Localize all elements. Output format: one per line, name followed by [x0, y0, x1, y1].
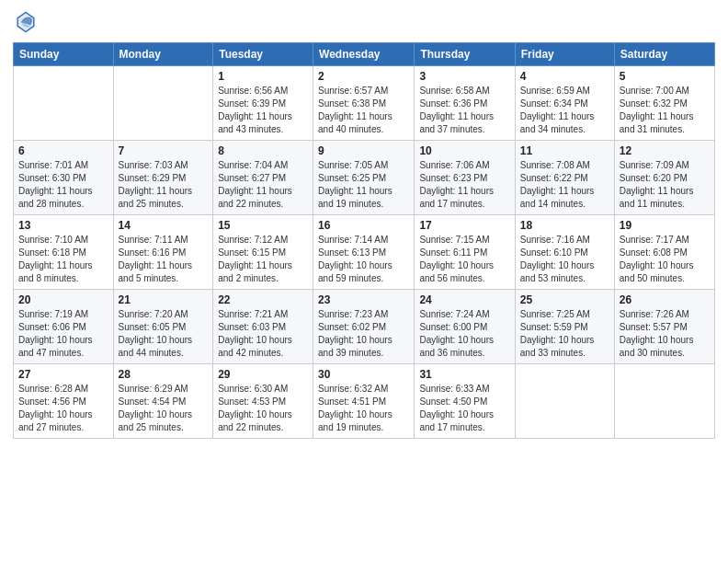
weekday-header-friday: Friday — [515, 43, 614, 66]
day-info: Sunrise: 6:57 AM Sunset: 6:38 PM Dayligh… — [318, 85, 409, 136]
day-cell: 27Sunrise: 6:28 AM Sunset: 4:56 PM Dayli… — [14, 364, 114, 439]
weekday-header-thursday: Thursday — [415, 43, 515, 66]
day-number: 27 — [18, 368, 108, 381]
day-info: Sunrise: 7:17 AM Sunset: 6:08 PM Dayligh… — [620, 234, 710, 285]
weekday-header-tuesday: Tuesday — [213, 43, 313, 66]
day-info: Sunrise: 7:06 AM Sunset: 6:23 PM Dayligh… — [419, 159, 509, 211]
day-cell: 12Sunrise: 7:09 AM Sunset: 6:20 PM Dayli… — [614, 141, 714, 215]
day-cell: 26Sunrise: 7:26 AM Sunset: 5:57 PM Dayli… — [614, 290, 714, 364]
day-info: Sunrise: 7:14 AM Sunset: 6:13 PM Dayligh… — [318, 234, 409, 285]
day-cell: 22Sunrise: 7:21 AM Sunset: 6:03 PM Dayli… — [213, 290, 313, 364]
day-number: 20 — [18, 293, 108, 306]
day-number: 25 — [520, 293, 609, 306]
day-cell: 23Sunrise: 7:23 AM Sunset: 6:02 PM Dayli… — [313, 290, 415, 364]
day-number: 26 — [620, 293, 710, 306]
weekday-header-sunday: Sunday — [14, 43, 114, 66]
day-info: Sunrise: 6:58 AM Sunset: 6:36 PM Dayligh… — [419, 85, 509, 136]
day-cell: 11Sunrise: 7:08 AM Sunset: 6:22 PM Dayli… — [515, 141, 614, 215]
week-row-1: 1Sunrise: 6:56 AM Sunset: 6:39 PM Daylig… — [14, 66, 715, 141]
day-number: 17 — [419, 219, 509, 232]
day-cell: 6Sunrise: 7:01 AM Sunset: 6:30 PM Daylig… — [14, 141, 114, 215]
day-number: 9 — [318, 144, 409, 157]
day-cell: 1Sunrise: 6:56 AM Sunset: 6:39 PM Daylig… — [213, 66, 313, 141]
day-info: Sunrise: 7:25 AM Sunset: 5:59 PM Dayligh… — [520, 308, 609, 360]
week-row-4: 20Sunrise: 7:19 AM Sunset: 6:06 PM Dayli… — [14, 290, 715, 364]
day-cell — [614, 364, 714, 439]
page: SundayMondayTuesdayWednesdayThursdayFrid… — [0, 0, 728, 563]
day-cell: 9Sunrise: 7:05 AM Sunset: 6:25 PM Daylig… — [313, 141, 415, 215]
day-info: Sunrise: 7:10 AM Sunset: 6:18 PM Dayligh… — [18, 234, 108, 285]
day-number: 4 — [520, 70, 609, 83]
day-number: 5 — [620, 70, 710, 83]
day-cell: 15Sunrise: 7:12 AM Sunset: 6:15 PM Dayli… — [213, 215, 313, 290]
day-cell: 19Sunrise: 7:17 AM Sunset: 6:08 PM Dayli… — [614, 215, 714, 290]
day-info: Sunrise: 6:56 AM Sunset: 6:39 PM Dayligh… — [218, 85, 308, 136]
day-cell: 31Sunrise: 6:33 AM Sunset: 4:50 PM Dayli… — [415, 364, 515, 439]
day-number: 14 — [119, 219, 209, 232]
day-cell: 24Sunrise: 7:24 AM Sunset: 6:00 PM Dayli… — [415, 290, 515, 364]
calendar-table: SundayMondayTuesdayWednesdayThursdayFrid… — [13, 42, 715, 439]
day-info: Sunrise: 7:03 AM Sunset: 6:29 PM Dayligh… — [119, 159, 209, 211]
logo — [13, 9, 42, 35]
day-info: Sunrise: 6:33 AM Sunset: 4:50 PM Dayligh… — [419, 383, 509, 434]
day-cell: 16Sunrise: 7:14 AM Sunset: 6:13 PM Dayli… — [313, 215, 415, 290]
day-cell: 8Sunrise: 7:04 AM Sunset: 6:27 PM Daylig… — [213, 141, 313, 215]
day-info: Sunrise: 7:09 AM Sunset: 6:20 PM Dayligh… — [620, 159, 710, 211]
day-number: 21 — [119, 293, 209, 306]
day-info: Sunrise: 7:05 AM Sunset: 6:25 PM Dayligh… — [318, 159, 409, 211]
day-number: 18 — [520, 219, 609, 232]
day-number: 23 — [318, 293, 409, 306]
day-info: Sunrise: 7:08 AM Sunset: 6:22 PM Dayligh… — [520, 159, 609, 211]
weekday-header-row: SundayMondayTuesdayWednesdayThursdayFrid… — [14, 43, 715, 66]
day-info: Sunrise: 7:01 AM Sunset: 6:30 PM Dayligh… — [18, 159, 108, 211]
day-cell: 10Sunrise: 7:06 AM Sunset: 6:23 PM Dayli… — [415, 141, 515, 215]
day-cell — [515, 364, 614, 439]
day-number: 2 — [318, 70, 409, 83]
day-number: 11 — [520, 144, 609, 157]
day-number: 10 — [419, 144, 509, 157]
day-number: 28 — [119, 368, 209, 381]
day-info: Sunrise: 6:30 AM Sunset: 4:53 PM Dayligh… — [218, 383, 308, 434]
day-info: Sunrise: 6:59 AM Sunset: 6:34 PM Dayligh… — [520, 85, 609, 136]
day-info: Sunrise: 7:20 AM Sunset: 6:05 PM Dayligh… — [119, 308, 209, 360]
week-row-2: 6Sunrise: 7:01 AM Sunset: 6:30 PM Daylig… — [14, 141, 715, 215]
day-cell: 2Sunrise: 6:57 AM Sunset: 6:38 PM Daylig… — [313, 66, 415, 141]
day-number: 29 — [218, 368, 308, 381]
day-cell: 7Sunrise: 7:03 AM Sunset: 6:29 PM Daylig… — [113, 141, 213, 215]
week-row-3: 13Sunrise: 7:10 AM Sunset: 6:18 PM Dayli… — [14, 215, 715, 290]
day-info: Sunrise: 7:26 AM Sunset: 5:57 PM Dayligh… — [620, 308, 710, 360]
day-info: Sunrise: 7:11 AM Sunset: 6:16 PM Dayligh… — [119, 234, 209, 285]
weekday-header-wednesday: Wednesday — [313, 43, 415, 66]
day-info: Sunrise: 7:00 AM Sunset: 6:32 PM Dayligh… — [620, 85, 710, 136]
day-cell: 14Sunrise: 7:11 AM Sunset: 6:16 PM Dayli… — [113, 215, 213, 290]
weekday-header-monday: Monday — [113, 43, 213, 66]
day-cell: 21Sunrise: 7:20 AM Sunset: 6:05 PM Dayli… — [113, 290, 213, 364]
day-number: 22 — [218, 293, 308, 306]
day-cell: 25Sunrise: 7:25 AM Sunset: 5:59 PM Dayli… — [515, 290, 614, 364]
day-info: Sunrise: 7:23 AM Sunset: 6:02 PM Dayligh… — [318, 308, 409, 360]
day-cell: 3Sunrise: 6:58 AM Sunset: 6:36 PM Daylig… — [415, 66, 515, 141]
day-cell: 18Sunrise: 7:16 AM Sunset: 6:10 PM Dayli… — [515, 215, 614, 290]
day-cell: 4Sunrise: 6:59 AM Sunset: 6:34 PM Daylig… — [515, 66, 614, 141]
weekday-header-saturday: Saturday — [614, 43, 714, 66]
day-cell — [113, 66, 213, 141]
day-number: 30 — [318, 368, 409, 381]
day-cell: 17Sunrise: 7:15 AM Sunset: 6:11 PM Dayli… — [415, 215, 515, 290]
day-number: 8 — [218, 144, 308, 157]
logo-icon — [13, 9, 39, 35]
day-number: 13 — [18, 219, 108, 232]
day-info: Sunrise: 7:24 AM Sunset: 6:00 PM Dayligh… — [419, 308, 509, 360]
day-cell: 20Sunrise: 7:19 AM Sunset: 6:06 PM Dayli… — [14, 290, 114, 364]
day-info: Sunrise: 7:15 AM Sunset: 6:11 PM Dayligh… — [419, 234, 509, 285]
day-cell: 29Sunrise: 6:30 AM Sunset: 4:53 PM Dayli… — [213, 364, 313, 439]
day-cell: 13Sunrise: 7:10 AM Sunset: 6:18 PM Dayli… — [14, 215, 114, 290]
day-info: Sunrise: 7:21 AM Sunset: 6:03 PM Dayligh… — [218, 308, 308, 360]
day-cell — [14, 66, 114, 141]
day-number: 1 — [218, 70, 308, 83]
day-number: 16 — [318, 219, 409, 232]
day-info: Sunrise: 7:19 AM Sunset: 6:06 PM Dayligh… — [18, 308, 108, 360]
day-number: 7 — [119, 144, 209, 157]
day-cell: 5Sunrise: 7:00 AM Sunset: 6:32 PM Daylig… — [614, 66, 714, 141]
day-cell: 30Sunrise: 6:32 AM Sunset: 4:51 PM Dayli… — [313, 364, 415, 439]
week-row-5: 27Sunrise: 6:28 AM Sunset: 4:56 PM Dayli… — [14, 364, 715, 439]
